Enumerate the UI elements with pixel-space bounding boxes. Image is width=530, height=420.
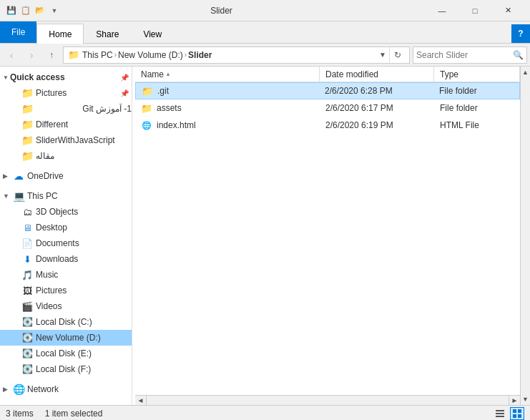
- col-type-label: Type: [440, 69, 458, 79]
- sidebar-item-diskf-label: Local Disk (F:): [36, 364, 132, 374]
- downloads-icon: ⬇: [21, 253, 33, 265]
- network-expand-icon: ▶: [3, 386, 10, 393]
- sidebar-item-desktop[interactable]: 🖥 Desktop: [0, 220, 132, 235]
- sidebar-item-onedrive-label: OneDrive: [27, 171, 132, 181]
- assets-file-icon: 📁: [141, 102, 152, 114]
- sidebar-item-article-label: مقاله: [36, 151, 132, 161]
- sidebar-item-git[interactable]: 📁 1- آموزش Git: [0, 101, 132, 117]
- sidebar-item-documents[interactable]: 📄 Documents: [0, 235, 132, 251]
- sidebar-item-this-pc[interactable]: ▼ 💻 This PC: [0, 188, 132, 204]
- sidebar-item-sliderjs-label: SliderWithJavaScript: [36, 135, 132, 145]
- list-view-icon: [512, 409, 522, 419]
- sidebar-item-videos[interactable]: 🎬 Videos: [0, 298, 132, 314]
- file-row-git[interactable]: 📁 .git 2/6/2020 6:28 PM File folder: [135, 82, 520, 99]
- v-scroll-track[interactable]: [521, 78, 531, 394]
- forward-button[interactable]: ›: [23, 47, 40, 64]
- status-item-count: 3 items: [6, 409, 34, 419]
- svg-rect-6: [518, 414, 521, 418]
- h-scroll-track[interactable]: [147, 396, 509, 406]
- quick-access-toolbar-save[interactable]: 💾: [6, 5, 17, 16]
- address-bar[interactable]: 📁 This PC › New Volume (D:) › Slider ▼ ↻: [63, 47, 410, 64]
- sidebar-item-videos-label: Videos: [36, 301, 132, 311]
- address-dropdown-icon[interactable]: ▼: [379, 51, 386, 59]
- assets-file-name: assets: [157, 103, 182, 113]
- diskc-icon: 💽: [21, 316, 33, 328]
- assets-file-type: File folder: [434, 103, 520, 113]
- details-view-icon: [495, 409, 505, 419]
- sidebar-item-pictures-label: Pictures: [36, 88, 117, 98]
- col-date-label: Date modified: [325, 69, 378, 79]
- address-refresh-button[interactable]: ↻: [389, 47, 405, 63]
- sidebar-item-article[interactable]: 📁 مقاله: [0, 148, 132, 164]
- sidebar-item-diskc-label: Local Disk (C:): [36, 317, 132, 327]
- v-scroll-up-button[interactable]: ▲: [521, 67, 531, 78]
- sidebar-quick-access[interactable]: ▼ Quick access 📌: [0, 69, 132, 85]
- sidebar-item-diskf[interactable]: 💽 Local Disk (F:): [0, 361, 132, 377]
- quick-access-pin-icon[interactable]: 📌: [120, 74, 129, 82]
- maximize-button[interactable]: □: [458, 0, 491, 21]
- col-header-name[interactable]: Name ▲: [135, 67, 320, 82]
- tab-share[interactable]: Share: [84, 24, 131, 44]
- h-scroll-right-button[interactable]: ►: [509, 396, 520, 406]
- sidebar-item-onedrive[interactable]: ▶ ☁ OneDrive: [0, 168, 132, 184]
- breadcrumb-sep-1: ›: [114, 51, 117, 59]
- sidebar-item-diskd-label: New Volume (D:): [36, 333, 132, 343]
- sidebar-item-diskc[interactable]: 💽 Local Disk (C:): [0, 314, 132, 330]
- breadcrumb-slider[interactable]: Slider: [188, 50, 212, 60]
- h-scroll-left-button[interactable]: ◄: [135, 396, 147, 406]
- svg-rect-3: [513, 409, 516, 413]
- sidebar-item-downloads-label: Downloads: [36, 254, 132, 264]
- view-details-button[interactable]: [493, 407, 507, 420]
- sidebar-item-different-label: Different: [36, 119, 132, 130]
- diskd-icon: 💽: [21, 332, 33, 343]
- main-layout: ▼ Quick access 📌 📁 Pictures 📌 📁 1- آموزش…: [0, 67, 530, 405]
- sidebar-item-desktop-label: Desktop: [36, 223, 132, 233]
- onedrive-icon: ☁: [13, 170, 24, 182]
- breadcrumb-new-volume[interactable]: New Volume (D:): [118, 50, 183, 60]
- status-bar-right: [493, 407, 524, 420]
- help-button[interactable]: ?: [511, 24, 530, 43]
- quick-access-label: Quick access: [10, 72, 65, 82]
- videos-icon: 🎬: [21, 301, 33, 312]
- tab-file[interactable]: File: [0, 21, 36, 43]
- sidebar-item-music[interactable]: 🎵 Music: [0, 267, 132, 283]
- back-button[interactable]: ‹: [3, 47, 20, 64]
- breadcrumb-this-pc[interactable]: This PC: [82, 50, 113, 60]
- git-file-date: 2/6/2020 6:28 PM: [319, 86, 433, 96]
- sidebar-item-slider-js[interactable]: 📁 SliderWithJavaScript: [0, 132, 132, 148]
- sidebar-item-different[interactable]: 📁 Different: [0, 117, 132, 132]
- sidebar-item-diskd[interactable]: 💽 New Volume (D:): [0, 330, 132, 346]
- sidebar-item-pictures-quick[interactable]: 📁 Pictures 📌: [0, 85, 132, 101]
- sidebar: ▼ Quick access 📌 📁 Pictures 📌 📁 1- آموزش…: [0, 67, 132, 405]
- diskf-icon: 💽: [21, 363, 33, 375]
- sidebar-item-pictures-pc[interactable]: 🖼 Pictures: [0, 283, 132, 298]
- svg-rect-0: [496, 410, 504, 411]
- file-row-assets[interactable]: 📁 assets 2/6/2020 6:17 PM File folder: [135, 99, 520, 117]
- svg-rect-1: [496, 413, 504, 414]
- up-button[interactable]: ↑: [43, 47, 60, 64]
- sidebar-item-downloads[interactable]: ⬇ Downloads: [0, 251, 132, 267]
- sidebar-item-3dobjects[interactable]: 🗂 3D Objects: [0, 204, 132, 220]
- sidebar-item-network[interactable]: ▶ 🌐 Network: [0, 381, 132, 397]
- different-folder-icon: 📁: [21, 119, 33, 130]
- col-header-type[interactable]: Type: [434, 67, 520, 82]
- tab-view[interactable]: View: [131, 24, 174, 44]
- file-row-index[interactable]: 🌐 index.html 2/6/2020 6:19 PM HTML File: [135, 117, 520, 134]
- tab-home[interactable]: Home: [36, 24, 84, 44]
- 3dobjects-icon: 🗂: [21, 206, 33, 218]
- col-header-date[interactable]: Date modified: [320, 67, 434, 82]
- minimize-button[interactable]: —: [426, 0, 458, 21]
- v-scroll-down-button[interactable]: ▼: [521, 394, 531, 405]
- horizontal-scrollbar: ◄ ►: [135, 395, 520, 405]
- network-icon: 🌐: [13, 384, 24, 395]
- sidebar-item-git-label: 1- آموزش Git: [36, 104, 132, 114]
- search-input[interactable]: [416, 50, 510, 60]
- sidebar-item-diske[interactable]: 💽 Local Disk (E:): [0, 346, 132, 361]
- index-file-type: HTML File: [434, 120, 520, 130]
- view-list-button[interactable]: [510, 407, 524, 420]
- git-folder-icon: 📁: [21, 103, 33, 114]
- toolbar-row: ‹ › ↑ 📁 This PC › New Volume (D:) › Slid…: [0, 44, 530, 67]
- documents-icon: 📄: [21, 238, 33, 249]
- search-icon: 🔍: [513, 50, 524, 60]
- close-button[interactable]: ✕: [491, 0, 524, 21]
